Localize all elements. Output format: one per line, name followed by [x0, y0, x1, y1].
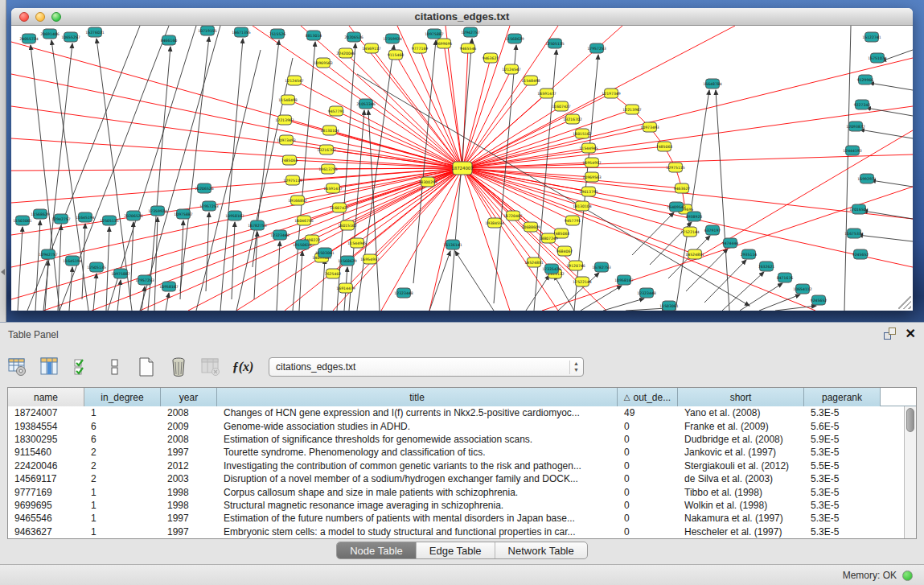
graph-node-teal[interactable]: 20206526 [195, 183, 213, 193]
table-row[interactable]: 969969511998Structural magnetic resonanc… [8, 499, 916, 512]
graph-node-yellow[interactable]: 10973493 [640, 122, 659, 132]
graph-node-teal[interactable]: 11645194 [63, 256, 81, 266]
column-header-pagerank[interactable]: pagerank [804, 388, 881, 406]
graph-node-teal[interactable]: 10655257 [61, 32, 80, 42]
graph-node-teal[interactable]: 7515526 [269, 29, 286, 39]
graph-node-teal[interactable]: 17359924 [383, 34, 401, 43]
graph-node-yellow[interactable]: 12213967 [622, 105, 641, 114]
new-table-icon[interactable] [135, 356, 158, 378]
graph-node-yellow[interactable]: 10688609 [521, 222, 540, 232]
graph-node-teal[interactable]: 15122741 [862, 32, 881, 42]
graph-node-yellow[interactable]: 18724007 [451, 162, 473, 175]
graph-node-teal[interactable]: 12444193 [843, 146, 861, 155]
graph-node-yellow[interactable]: 12975115 [283, 175, 302, 185]
graph-node-teal[interactable]: 17957253 [199, 201, 218, 211]
graph-node-yellow[interactable]: 14524851 [685, 249, 704, 259]
graph-node-teal[interactable]: 10958167 [225, 211, 244, 220]
graph-node-teal[interactable]: 16648784 [703, 79, 721, 89]
column-header-title[interactable]: title [217, 388, 618, 406]
graph-node-yellow[interactable]: 18807249 [539, 233, 557, 243]
graph-node-teal[interactable]: 9129966 [857, 75, 874, 84]
graph-node-teal[interactable]: 15751074 [868, 53, 886, 63]
graph-node-yellow[interactable]: 12975115 [666, 163, 684, 172]
graph-node-teal[interactable]: 8813014 [306, 31, 322, 40]
graph-node-teal[interactable]: 19150614 [293, 240, 311, 249]
graph-node-yellow[interactable]: 19120746 [566, 261, 585, 270]
graph-node-yellow[interactable]: 12124547 [502, 64, 520, 74]
graph-node-teal[interactable]: 10975887 [174, 209, 192, 219]
graph-node-yellow[interactable]: 7485063 [656, 142, 673, 151]
graph-node-yellow[interactable]: 13216702 [317, 145, 335, 154]
tab-node-table[interactable]: Node Table [337, 542, 417, 558]
delete-table-icon[interactable] [167, 356, 190, 378]
table-row[interactable]: 946362711997Embryonic stem cells: a mode… [8, 525, 916, 538]
graph-node-yellow[interactable]: 16015162 [573, 129, 591, 138]
graph-node-teal[interactable]: 11568629 [31, 209, 49, 219]
column-header-name[interactable]: name [8, 388, 84, 406]
graph-node-yellow[interactable]: 9463627 [483, 53, 499, 63]
table-selector-dropdown[interactable]: citations_edges.txt ▲▼ [269, 357, 584, 377]
graph-node-teal[interactable]: 16782753 [592, 262, 610, 272]
graph-node-teal[interactable]: 6379197 [704, 225, 721, 235]
column-header-indegree[interactable]: in_degree [84, 388, 161, 406]
graph-node-yellow[interactable]: 11544945 [347, 238, 366, 248]
graph-node-yellow[interactable]: 10969563 [314, 58, 332, 68]
row-height-icon[interactable] [103, 356, 125, 378]
graph-node-teal[interactable]: 9245652 [811, 295, 827, 305]
function-builder-icon[interactable]: ƒ(x) [232, 356, 254, 378]
graph-node-teal[interactable]: 12942757 [461, 27, 479, 37]
graph-node-yellow[interactable]: 19166852 [288, 196, 306, 205]
graph-node-teal[interactable]: 20206526 [344, 32, 363, 42]
graph-node-yellow[interactable]: 19613795 [579, 187, 598, 196]
graph-node-yellow[interactable]: 16046756 [294, 216, 313, 225]
graph-node-teal[interactable]: 10719155 [198, 26, 216, 35]
show-columns-icon[interactable] [39, 356, 61, 378]
graph-node-teal[interactable]: 12323448 [637, 288, 655, 298]
graph-node-yellow[interactable]: 18130104 [573, 201, 591, 211]
graph-node-teal[interactable]: 10975887 [425, 29, 443, 39]
graph-node-teal[interactable]: 17957253 [587, 43, 606, 53]
graph-node-yellow[interactable]: 9684067 [556, 246, 573, 256]
graph-node-yellow[interactable]: 11548498 [278, 95, 297, 105]
float-window-icon[interactable] [884, 328, 896, 340]
graph-node-yellow[interactable]: 18300295 [418, 177, 437, 187]
graph-node-yellow[interactable]: 16015162 [338, 220, 356, 230]
citation-network-graph[interactable]: 1212454711548498122139671097349374850631… [11, 26, 913, 311]
graph-node-teal[interactable]: 16409543 [667, 202, 685, 212]
graph-node-teal[interactable]: 11675334 [844, 229, 863, 238]
graph-node-teal[interactable]: 17359924 [148, 206, 166, 216]
graph-node-yellow[interactable]: 9699695 [436, 39, 453, 48]
graph-node-teal[interactable]: 17335426 [542, 264, 561, 274]
graph-node-teal[interactable]: 24055724 [19, 34, 38, 43]
graph-node-yellow[interactable]: 16591477 [323, 183, 342, 193]
graph-node-yellow[interactable]: 17522144 [573, 277, 591, 286]
graph-node-yellow[interactable]: 9457791 [328, 106, 345, 116]
graph-node-teal[interactable]: 9245652 [852, 249, 869, 259]
graph-node-teal[interactable]: 12323448 [270, 230, 289, 240]
graph-node-teal[interactable]: 12942757 [51, 214, 70, 224]
graph-node-yellow[interactable]: 19384554 [485, 218, 503, 228]
graph-node-teal[interactable]: 8466160 [161, 35, 178, 45]
graph-node-teal[interactable]: 9227343 [854, 100, 871, 109]
graph-node-teal[interactable]: 15136141 [443, 240, 462, 249]
graph-node-yellow[interactable]: 9115460 [388, 50, 405, 60]
graph-node-yellow[interactable]: 14569117 [362, 43, 380, 53]
column-header-short[interactable]: short [678, 388, 804, 406]
graph-node-yellow[interactable]: 11607427 [552, 101, 570, 111]
graph-node-yellow[interactable]: 22420046 [336, 48, 355, 58]
graph-node-yellow[interactable]: 16954957 [582, 158, 601, 167]
graph-node-yellow[interactable]: 10969563 [582, 172, 601, 182]
table-row[interactable]: 977716911998Corpus callosum shape and si… [8, 485, 916, 498]
graph-node-teal[interactable]: 10958167 [614, 275, 633, 285]
table-row[interactable]: 1872400712008Changes of HCN gene express… [8, 406, 916, 419]
graph-node-yellow[interactable]: 18130104 [320, 126, 339, 135]
graph-node-yellow[interactable]: 7625402 [325, 269, 342, 278]
table-row[interactable]: 1938455462009Genome-wide association stu… [8, 419, 916, 432]
graph-node-teal[interactable]: 15992971 [857, 174, 876, 183]
graph-node-teal[interactable]: 10654112 [793, 284, 811, 294]
graph-node-teal[interactable]: 21053346 [356, 99, 375, 109]
table-row[interactable]: 2242004622012Investigating the contribut… [8, 459, 916, 472]
graph-node-yellow[interactable]: 9777169 [412, 43, 429, 53]
graph-node-yellow[interactable]: 10973493 [277, 135, 295, 145]
graph-node-teal[interactable]: 12942757 [39, 249, 57, 259]
